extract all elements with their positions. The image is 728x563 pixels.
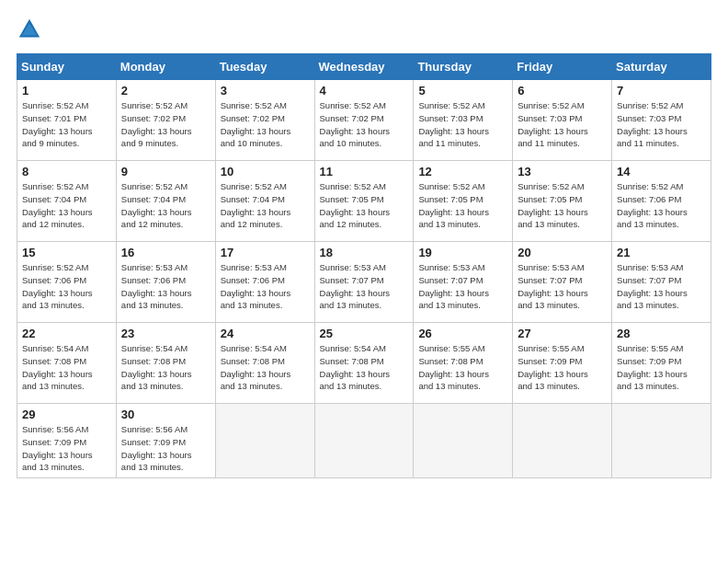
table-row <box>314 404 414 478</box>
day-info: Sunrise: 5:52 AMSunset: 7:04 PMDaylight:… <box>121 181 192 229</box>
day-info: Sunrise: 5:52 AMSunset: 7:05 PMDaylight:… <box>320 181 391 229</box>
table-row <box>215 404 314 478</box>
table-row: 3Sunrise: 5:52 AMSunset: 7:02 PMDaylight… <box>215 80 314 161</box>
table-row: 4Sunrise: 5:52 AMSunset: 7:02 PMDaylight… <box>314 80 414 161</box>
day-number: 21 <box>617 246 706 259</box>
table-row: 8Sunrise: 5:52 AMSunset: 7:04 PMDaylight… <box>17 161 117 242</box>
day-info: Sunrise: 5:52 AMSunset: 7:03 PMDaylight:… <box>617 100 688 148</box>
day-number: 4 <box>320 84 409 98</box>
table-row: 6Sunrise: 5:52 AMSunset: 7:03 PMDaylight… <box>513 80 612 161</box>
day-info: Sunrise: 5:52 AMSunset: 7:04 PMDaylight:… <box>22 181 93 229</box>
day-info: Sunrise: 5:55 AMSunset: 7:09 PMDaylight:… <box>518 343 588 391</box>
logo-icon <box>17 17 42 42</box>
calendar-row-week5: 29Sunrise: 5:56 AMSunset: 7:09 PMDayligh… <box>17 404 711 478</box>
day-number: 16 <box>121 246 210 259</box>
table-row: 14Sunrise: 5:52 AMSunset: 7:06 PMDayligh… <box>612 161 711 242</box>
page: SundayMondayTuesdayWednesdayThursdayFrid… <box>0 0 728 563</box>
day-number: 13 <box>518 165 607 178</box>
table-row: 25Sunrise: 5:54 AMSunset: 7:08 PMDayligh… <box>314 323 414 404</box>
day-info: Sunrise: 5:55 AMSunset: 7:08 PMDaylight:… <box>418 343 489 391</box>
table-row: 5Sunrise: 5:52 AMSunset: 7:03 PMDaylight… <box>414 80 513 161</box>
table-row: 1Sunrise: 5:52 AMSunset: 7:01 PMDaylight… <box>17 80 117 161</box>
col-header-saturday: Saturday <box>612 54 711 80</box>
logo <box>17 17 46 42</box>
day-number: 18 <box>320 246 409 259</box>
day-number: 29 <box>22 408 111 421</box>
day-info: Sunrise: 5:52 AMSunset: 7:04 PMDaylight:… <box>221 181 291 229</box>
col-header-monday: Monday <box>116 54 215 80</box>
table-row: 15Sunrise: 5:52 AMSunset: 7:06 PMDayligh… <box>17 242 117 323</box>
day-info: Sunrise: 5:52 AMSunset: 7:05 PMDaylight:… <box>418 181 489 229</box>
col-header-thursday: Thursday <box>414 54 513 80</box>
table-row: 16Sunrise: 5:53 AMSunset: 7:06 PMDayligh… <box>116 242 215 323</box>
table-row <box>612 404 711 478</box>
day-number: 2 <box>121 84 210 98</box>
day-info: Sunrise: 5:52 AMSunset: 7:02 PMDaylight:… <box>121 100 192 148</box>
calendar-row-week4: 22Sunrise: 5:54 AMSunset: 7:08 PMDayligh… <box>17 323 711 404</box>
day-info: Sunrise: 5:56 AMSunset: 7:09 PMDaylight:… <box>22 424 93 472</box>
table-row: 30Sunrise: 5:56 AMSunset: 7:09 PMDayligh… <box>116 404 215 478</box>
table-row: 13Sunrise: 5:52 AMSunset: 7:05 PMDayligh… <box>513 161 612 242</box>
day-number: 15 <box>22 246 111 259</box>
day-number: 22 <box>22 327 111 340</box>
day-number: 5 <box>418 84 507 98</box>
table-row: 19Sunrise: 5:53 AMSunset: 7:07 PMDayligh… <box>414 242 513 323</box>
table-row <box>513 404 612 478</box>
day-number: 12 <box>418 165 507 178</box>
table-row: 20Sunrise: 5:53 AMSunset: 7:07 PMDayligh… <box>513 242 612 323</box>
day-info: Sunrise: 5:54 AMSunset: 7:08 PMDaylight:… <box>22 343 93 391</box>
table-row: 11Sunrise: 5:52 AMSunset: 7:05 PMDayligh… <box>314 161 414 242</box>
col-header-friday: Friday <box>513 54 612 80</box>
table-row: 24Sunrise: 5:54 AMSunset: 7:08 PMDayligh… <box>215 323 314 404</box>
col-header-tuesday: Tuesday <box>215 54 314 80</box>
day-number: 24 <box>221 327 310 340</box>
day-number: 7 <box>617 84 706 98</box>
day-info: Sunrise: 5:56 AMSunset: 7:09 PMDaylight:… <box>121 424 192 472</box>
day-info: Sunrise: 5:53 AMSunset: 7:07 PMDaylight:… <box>617 262 688 310</box>
table-row: 23Sunrise: 5:54 AMSunset: 7:08 PMDayligh… <box>116 323 215 404</box>
day-number: 6 <box>518 84 607 98</box>
day-number: 30 <box>121 408 210 421</box>
table-row: 2Sunrise: 5:52 AMSunset: 7:02 PMDaylight… <box>116 80 215 161</box>
day-info: Sunrise: 5:53 AMSunset: 7:07 PMDaylight:… <box>518 262 588 310</box>
table-row: 17Sunrise: 5:53 AMSunset: 7:06 PMDayligh… <box>215 242 314 323</box>
day-number: 17 <box>221 246 310 259</box>
day-info: Sunrise: 5:52 AMSunset: 7:03 PMDaylight:… <box>518 100 588 148</box>
calendar-row-week1: 1Sunrise: 5:52 AMSunset: 7:01 PMDaylight… <box>17 80 711 161</box>
day-info: Sunrise: 5:52 AMSunset: 7:02 PMDaylight:… <box>320 100 391 148</box>
col-header-sunday: Sunday <box>17 54 117 80</box>
day-info: Sunrise: 5:53 AMSunset: 7:06 PMDaylight:… <box>221 262 291 310</box>
day-number: 10 <box>221 165 310 178</box>
day-number: 8 <box>22 165 111 178</box>
day-number: 11 <box>320 165 409 178</box>
day-number: 1 <box>22 84 111 98</box>
day-info: Sunrise: 5:52 AMSunset: 7:06 PMDaylight:… <box>617 181 688 229</box>
day-info: Sunrise: 5:54 AMSunset: 7:08 PMDaylight:… <box>121 343 192 391</box>
day-info: Sunrise: 5:53 AMSunset: 7:07 PMDaylight:… <box>418 262 489 310</box>
day-info: Sunrise: 5:53 AMSunset: 7:07 PMDaylight:… <box>320 262 391 310</box>
day-info: Sunrise: 5:52 AMSunset: 7:01 PMDaylight:… <box>22 100 93 148</box>
table-row: 22Sunrise: 5:54 AMSunset: 7:08 PMDayligh… <box>17 323 117 404</box>
day-info: Sunrise: 5:52 AMSunset: 7:02 PMDaylight:… <box>221 100 291 148</box>
calendar-row-week3: 15Sunrise: 5:52 AMSunset: 7:06 PMDayligh… <box>17 242 711 323</box>
day-info: Sunrise: 5:53 AMSunset: 7:06 PMDaylight:… <box>121 262 192 310</box>
day-number: 27 <box>518 327 607 340</box>
table-row: 10Sunrise: 5:52 AMSunset: 7:04 PMDayligh… <box>215 161 314 242</box>
day-number: 20 <box>518 246 607 259</box>
day-number: 23 <box>121 327 210 340</box>
day-info: Sunrise: 5:52 AMSunset: 7:06 PMDaylight:… <box>22 262 93 310</box>
day-number: 28 <box>617 327 706 340</box>
day-number: 3 <box>221 84 310 98</box>
calendar-header-row: SundayMondayTuesdayWednesdayThursdayFrid… <box>17 54 711 80</box>
table-row: 12Sunrise: 5:52 AMSunset: 7:05 PMDayligh… <box>414 161 513 242</box>
day-info: Sunrise: 5:52 AMSunset: 7:05 PMDaylight:… <box>518 181 588 229</box>
table-row: 7Sunrise: 5:52 AMSunset: 7:03 PMDaylight… <box>612 80 711 161</box>
table-row: 28Sunrise: 5:55 AMSunset: 7:09 PMDayligh… <box>612 323 711 404</box>
table-row: 26Sunrise: 5:55 AMSunset: 7:08 PMDayligh… <box>414 323 513 404</box>
col-header-wednesday: Wednesday <box>314 54 414 80</box>
day-number: 14 <box>617 165 706 178</box>
day-number: 25 <box>320 327 409 340</box>
day-number: 26 <box>418 327 507 340</box>
table-row: 29Sunrise: 5:56 AMSunset: 7:09 PMDayligh… <box>17 404 117 478</box>
table-row: 18Sunrise: 5:53 AMSunset: 7:07 PMDayligh… <box>314 242 414 323</box>
